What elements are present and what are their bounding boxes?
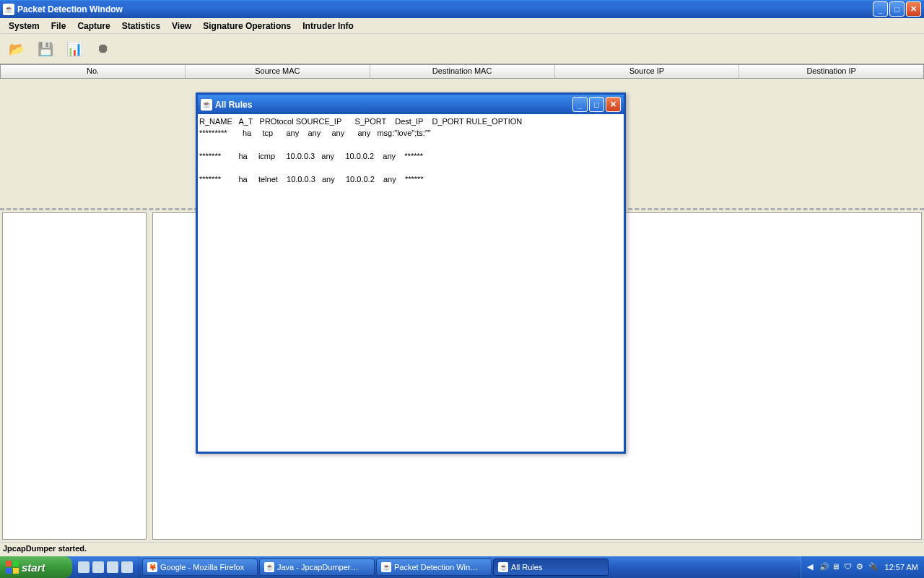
main-window-controls: _ □ ✕ (873, 1, 921, 17)
menu-capture[interactable]: Capture (71, 20, 116, 33)
rule-row: ********* ha tcp any any any any msg:"lo… (199, 129, 431, 137)
close-button[interactable]: ✕ (906, 1, 921, 17)
quick-launch-icon[interactable] (121, 561, 133, 573)
taskbar-item-java[interactable]: ☕ Java - JpcapDumper… (259, 558, 375, 576)
col-source-ip[interactable]: Source IP (555, 65, 740, 78)
packet-table-header: No. Source MAC Destination MAC Source IP… (0, 64, 924, 79)
taskbar: start 🦊 Google - Mozilla Firefox ☕ Java … (0, 556, 924, 578)
tray-icon[interactable]: ◀ (807, 562, 817, 572)
rules-text-area[interactable]: R_NAME A_T PROtocol SOURCE_IP S_PORT Des… (198, 114, 624, 452)
tray-icon[interactable]: 🔌 (868, 562, 879, 572)
maximize-button[interactable]: □ (889, 1, 905, 17)
dialog-title: All Rules (215, 100, 572, 110)
open-file-button[interactable]: 📂 (4, 37, 29, 61)
taskbar-item-packet-detection[interactable]: ☕ Packet Detection Win… (376, 558, 492, 576)
tray-icon[interactable]: ⚙ (856, 562, 866, 572)
rule-row: ******* ha icmp 10.0.0.3 any 10.0.0.2 an… (199, 152, 423, 160)
status-bar: JpcapDumper started. (0, 542, 924, 555)
stop-capture-button[interactable]: ⏺ (91, 37, 116, 61)
start-label: start (22, 561, 45, 574)
start-capture-button[interactable]: 📊 (62, 37, 87, 61)
col-dest-mac[interactable]: Destination MAC (370, 65, 555, 78)
menu-file[interactable]: File (45, 20, 72, 33)
col-no[interactable]: No. (1, 65, 186, 78)
dialog-maximize-button[interactable]: □ (589, 97, 604, 112)
tree-pane[interactable] (2, 212, 147, 540)
tray-icon[interactable]: 🛡 (844, 562, 854, 572)
taskbar-item-all-rules[interactable]: ☕ All Rules (493, 558, 609, 576)
taskbar-clock[interactable]: 12:57 AM (881, 563, 918, 571)
java-icon: ☕ (264, 562, 274, 572)
col-source-mac[interactable]: Source MAC (186, 65, 370, 78)
menu-system[interactable]: System (3, 20, 45, 33)
task-label: Google - Mozilla Firefox (160, 563, 244, 571)
toolbar: 📂 💾 📊 ⏺ (0, 34, 924, 64)
menu-signature-operations[interactable]: Signature Operations (197, 20, 297, 33)
rule-row: ******* ha telnet 10.0.0.3 any 10.0.0.2 … (199, 175, 424, 184)
quick-launch (72, 556, 139, 578)
dialog-minimize-button[interactable]: _ (572, 97, 588, 112)
java-icon: ☕ (498, 562, 508, 572)
java-icon: ☕ (381, 562, 391, 572)
java-icon: ☕ (3, 4, 14, 15)
system-tray: ◀ 🔊 🖥 🛡 ⚙ 🔌 12:57 AM (801, 556, 924, 578)
quick-launch-icon[interactable] (107, 561, 118, 573)
windows-flag-icon (6, 561, 19, 574)
dialog-close-button[interactable]: ✕ (606, 97, 621, 112)
tray-icon[interactable]: 🖥 (832, 562, 842, 572)
firefox-icon: 🦊 (147, 562, 157, 572)
task-label: Packet Detection Win… (394, 563, 478, 571)
main-titlebar: ☕ Packet Detection Window _ □ ✕ (0, 0, 924, 18)
main-window-title: Packet Detection Window (17, 4, 873, 14)
task-label: Java - JpcapDumper… (277, 563, 359, 571)
task-label: All Rules (511, 563, 542, 571)
col-dest-ip[interactable]: Destination IP (739, 65, 923, 78)
menu-view[interactable]: View (166, 20, 197, 33)
minimize-button[interactable]: _ (873, 1, 888, 17)
dialog-titlebar[interactable]: ☕ All Rules _ □ ✕ (198, 95, 624, 114)
splitter-vertical[interactable] (147, 210, 152, 542)
start-button[interactable]: start (0, 556, 72, 578)
java-icon: ☕ (201, 99, 212, 111)
tray-icon[interactable]: 🔊 (819, 562, 829, 572)
menu-statistics[interactable]: Statistics (116, 20, 166, 33)
status-text: JpcapDumper started. (3, 544, 87, 553)
menu-intruder-info[interactable]: Intruder Info (297, 20, 359, 33)
all-rules-dialog: ☕ All Rules _ □ ✕ R_NAME A_T PROtocol SO… (196, 92, 626, 454)
taskbar-item-firefox[interactable]: 🦊 Google - Mozilla Firefox (142, 558, 258, 576)
quick-launch-icon[interactable] (92, 561, 104, 573)
menubar: System File Capture Statistics View Sign… (0, 18, 924, 34)
dialog-window-controls: _ □ ✕ (572, 97, 621, 112)
quick-launch-icon[interactable] (78, 561, 90, 573)
rules-header-line: R_NAME A_T PROtocol SOURCE_IP S_PORT Des… (199, 117, 522, 126)
taskbar-items: 🦊 Google - Mozilla Firefox ☕ Java - Jpca… (139, 556, 801, 578)
save-file-button[interactable]: 💾 (33, 37, 58, 61)
